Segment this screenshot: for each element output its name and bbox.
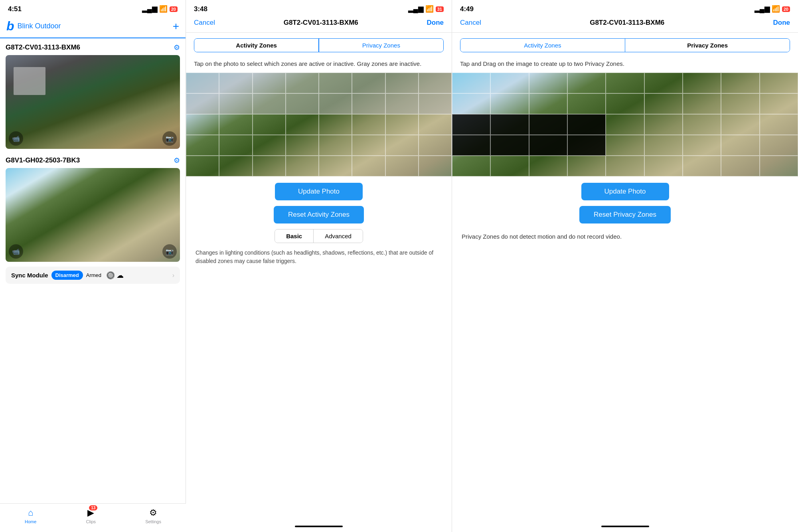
grid-cell-privacy-21[interactable]: [567, 114, 606, 135]
toggle-cloud[interactable]: 🔘 ☁: [106, 271, 124, 280]
grid-cell-privacy-7[interactable]: [721, 73, 759, 93]
video-icon-2[interactable]: 📹: [9, 244, 23, 259]
grid-cell-activity-11[interactable]: [286, 93, 319, 114]
nav-clips[interactable]: ▶ 13 Clips: [86, 508, 96, 524]
grid-cell-privacy-20[interactable]: [529, 114, 567, 135]
grid-cell-activity-27[interactable]: [286, 135, 319, 156]
add-camera-button[interactable]: +: [173, 20, 179, 33]
grid-cell-privacy-6[interactable]: [683, 73, 721, 93]
zone-image-3[interactable]: [452, 73, 798, 176]
grid-cell-activity-20[interactable]: [319, 114, 352, 135]
grid-cell-privacy-4[interactable]: [606, 73, 644, 93]
grid-cell-activity-38[interactable]: [385, 156, 419, 176]
advanced-mode-button[interactable]: Advanced: [314, 229, 363, 243]
grid-cell-privacy-34[interactable]: [721, 135, 759, 156]
grid-cell-privacy-13[interactable]: [606, 93, 644, 114]
grid-cell-privacy-19[interactable]: [490, 114, 529, 135]
update-photo-button-3[interactable]: Update Photo: [581, 183, 669, 200]
snapshot-icon-2[interactable]: 📷: [162, 244, 177, 259]
grid-cell-activity-5[interactable]: [352, 73, 385, 93]
grid-cell-privacy-27[interactable]: [452, 135, 490, 156]
grid-cell-activity-26[interactable]: [253, 135, 286, 156]
grid-cell-activity-22[interactable]: [385, 114, 419, 135]
grid-cell-activity-0[interactable]: [186, 73, 219, 93]
grid-cell-activity-36[interactable]: [319, 156, 352, 176]
grid-cell-privacy-5[interactable]: [644, 73, 683, 93]
grid-cell-privacy-16[interactable]: [721, 93, 759, 114]
reset-activity-zones-button[interactable]: Reset Activity Zones: [274, 206, 364, 223]
grid-cell-activity-32[interactable]: [186, 156, 219, 176]
update-photo-button-2[interactable]: Update Photo: [275, 183, 363, 200]
grid-cell-privacy-31[interactable]: [606, 135, 644, 156]
grid-cell-activity-1[interactable]: [219, 73, 252, 93]
grid-cell-privacy-37[interactable]: [490, 156, 529, 176]
grid-cell-activity-29[interactable]: [352, 135, 385, 156]
grid-cell-activity-35[interactable]: [286, 156, 319, 176]
reset-privacy-zones-button[interactable]: Reset Privacy Zones: [579, 206, 671, 223]
grid-cell-privacy-15[interactable]: [683, 93, 721, 114]
grid-cell-activity-30[interactable]: [385, 135, 419, 156]
activity-zones-grid[interactable]: [186, 73, 452, 176]
grid-cell-privacy-35[interactable]: [760, 135, 798, 156]
grid-cell-privacy-30[interactable]: [567, 135, 606, 156]
zone-image-container-2[interactable]: [186, 73, 452, 176]
camera-thumbnail-1[interactable]: 📹 📷: [6, 55, 180, 149]
grid-cell-privacy-39[interactable]: [567, 156, 606, 176]
grid-cell-activity-13[interactable]: [352, 93, 385, 114]
camera-settings-icon-2[interactable]: ⚙: [174, 156, 180, 165]
grid-cell-activity-10[interactable]: [253, 93, 286, 114]
grid-cell-privacy-17[interactable]: [760, 93, 798, 114]
grid-cell-privacy-41[interactable]: [644, 156, 683, 176]
video-icon-1[interactable]: 📹: [9, 131, 23, 146]
grid-cell-activity-15[interactable]: [419, 93, 452, 114]
grid-cell-privacy-10[interactable]: [490, 93, 529, 114]
disarmed-button[interactable]: Disarmed: [51, 271, 83, 280]
privacy-zones-grid[interactable]: [452, 73, 798, 176]
grid-cell-privacy-12[interactable]: [567, 93, 606, 114]
done-button-3[interactable]: Done: [773, 19, 790, 27]
grid-cell-activity-23[interactable]: [419, 114, 452, 135]
cancel-button-2[interactable]: Cancel: [194, 19, 215, 27]
tab-activity-zones-3[interactable]: Activity Zones: [460, 39, 625, 52]
grid-cell-privacy-0[interactable]: [452, 73, 490, 93]
grid-cell-activity-9[interactable]: [219, 93, 252, 114]
grid-cell-privacy-28[interactable]: [490, 135, 529, 156]
grid-cell-privacy-14[interactable]: [644, 93, 683, 114]
sync-module-bar[interactable]: Sync Module Disarmed Armed 🔘 ☁ ›: [6, 267, 180, 284]
nav-home[interactable]: ⌂ Home: [25, 508, 36, 524]
grid-cell-activity-37[interactable]: [352, 156, 385, 176]
grid-cell-privacy-25[interactable]: [721, 114, 759, 135]
grid-cell-activity-21[interactable]: [352, 114, 385, 135]
grid-cell-privacy-3[interactable]: [567, 73, 606, 93]
grid-cell-privacy-18[interactable]: [452, 114, 490, 135]
grid-cell-privacy-11[interactable]: [529, 93, 567, 114]
grid-cell-activity-24[interactable]: [186, 135, 219, 156]
grid-cell-activity-33[interactable]: [219, 156, 252, 176]
grid-cell-activity-19[interactable]: [286, 114, 319, 135]
grid-cell-activity-12[interactable]: [319, 93, 352, 114]
grid-cell-privacy-44[interactable]: [760, 156, 798, 176]
grid-cell-privacy-22[interactable]: [606, 114, 644, 135]
done-button-2[interactable]: Done: [427, 19, 444, 27]
grid-cell-privacy-24[interactable]: [683, 114, 721, 135]
grid-cell-privacy-42[interactable]: [683, 156, 721, 176]
grid-cell-activity-34[interactable]: [253, 156, 286, 176]
cancel-button-3[interactable]: Cancel: [460, 19, 481, 27]
grid-cell-privacy-9[interactable]: [452, 93, 490, 114]
grid-cell-activity-28[interactable]: [319, 135, 352, 156]
tab-privacy-zones-2[interactable]: Privacy Zones: [319, 39, 443, 52]
grid-cell-activity-18[interactable]: [253, 114, 286, 135]
grid-cell-privacy-33[interactable]: [683, 135, 721, 156]
grid-cell-privacy-29[interactable]: [529, 135, 567, 156]
grid-cell-activity-14[interactable]: [385, 93, 419, 114]
grid-cell-privacy-1[interactable]: [490, 73, 529, 93]
grid-cell-privacy-40[interactable]: [606, 156, 644, 176]
zone-image-container-3[interactable]: [452, 73, 798, 176]
grid-cell-activity-8[interactable]: [186, 93, 219, 114]
grid-cell-privacy-26[interactable]: [760, 114, 798, 135]
grid-cell-activity-16[interactable]: [186, 114, 219, 135]
zone-image-2[interactable]: [186, 73, 452, 176]
grid-cell-privacy-23[interactable]: [644, 114, 683, 135]
grid-cell-activity-39[interactable]: [419, 156, 452, 176]
grid-cell-activity-6[interactable]: [385, 73, 419, 93]
